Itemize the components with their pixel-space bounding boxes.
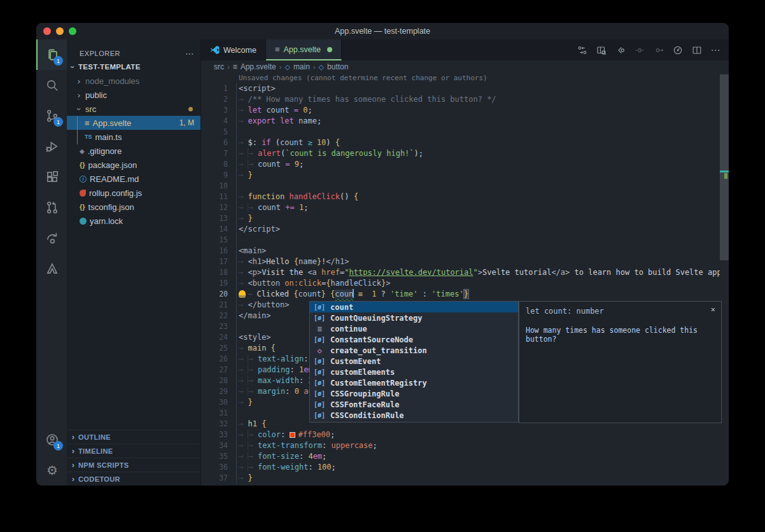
code-line-11[interactable]: 11→ function handleClick() {	[201, 192, 729, 202]
code-line-7[interactable]: 7→ → alert(`count is dangerously high!`)…	[201, 148, 729, 159]
line-number: 31	[201, 408, 228, 419]
open-changes-icon[interactable]	[577, 45, 587, 55]
file-row-tsconfig-json[interactable]: {}tsconfig.json	[67, 200, 200, 214]
code-line-4[interactable]: 4→ export let name;	[201, 116, 729, 127]
code-line-12[interactable]: 12→ → count += 1;	[201, 202, 729, 213]
line-number: 18	[201, 267, 228, 278]
gitlens-annotations-icon[interactable]	[672, 45, 683, 55]
file-row-yarn-lock[interactable]: yarn.lock	[67, 214, 200, 228]
lightbulb-icon[interactable]	[239, 290, 246, 298]
symbol-icon: ◇	[319, 63, 324, 71]
code-line-14[interactable]: 14</script>	[201, 224, 729, 235]
file-row-node-modules[interactable]: ›node_modules	[67, 74, 200, 88]
file-row-rollup-config-js[interactable]: rollup.config.js	[67, 186, 200, 200]
activity-bar-item-live-share[interactable]	[36, 223, 67, 253]
editor-scrollbar[interactable]	[720, 73, 729, 486]
suggest-item-CustomEvent[interactable]: [ø]CustomEvent	[310, 356, 518, 367]
line-number: 17	[201, 256, 228, 267]
activity-bar-item-github-pull-requests[interactable]	[36, 192, 67, 223]
file-row-main-ts[interactable]: TSmain.ts	[67, 130, 200, 144]
code-line-20[interactable]: 20→ Clicked {count} {coun ≡ 1 ? 'time' :…	[201, 289, 729, 300]
variable-symbol-icon: [ø]	[312, 358, 326, 365]
code-line-1[interactable]: 1<script>	[201, 83, 729, 94]
file-row-public[interactable]: ›public	[67, 88, 200, 102]
open-preview-icon[interactable]	[596, 45, 607, 55]
split-editor-icon[interactable]	[691, 45, 702, 55]
suggest-item-create_out_transition[interactable]: ◇create_out_transition	[310, 345, 518, 356]
code-line-19[interactable]: 19→ <button on:click={handleClick}>	[201, 278, 729, 289]
line-number: 3	[201, 105, 228, 116]
breadcrumb-src[interactable]: src	[214, 62, 224, 71]
code-editor[interactable]: Unsaved changes (cannot determine recent…	[201, 73, 729, 486]
activity-bar-item-extensions[interactable]	[36, 162, 67, 192]
sidebar-section-timeline[interactable]: ›TIMELINE	[67, 444, 200, 458]
code-line-15[interactable]: 15	[201, 235, 729, 246]
breadcrumb: src › ≡ App.svelte › ◇ main › ◇ button	[201, 60, 729, 73]
sidebar-section-outline[interactable]: ›OUTLINE	[67, 430, 200, 444]
tab-app-svelte[interactable]: ≡ App.svelte	[266, 39, 342, 60]
zoom-window-button[interactable]	[69, 27, 76, 35]
editor-actions: ⋯	[577, 39, 729, 60]
code-line-6[interactable]: 6→ $: if (count ≥ 10) {	[201, 137, 729, 148]
suggest-item-CountQueuingStrategy[interactable]: [ø]CountQueuingStrategy	[310, 312, 518, 323]
sidebar-section-codetour[interactable]: ›CODETOUR	[67, 472, 200, 486]
code-line-8[interactable]: 8→ → count = 9;	[201, 159, 729, 170]
activity-bar-item-accounts[interactable]: 1	[36, 424, 67, 455]
code-line-18[interactable]: 18→ <p>Visit the <a href="https://svelte…	[201, 267, 729, 278]
sidebar-sections: ›OUTLINE›TIMELINE›NPM SCRIPTS›CODETOUR	[67, 430, 200, 486]
next-change-icon[interactable]	[653, 45, 664, 55]
suggest-item-CustomElementRegistry[interactable]: [ø]CustomElementRegistry	[310, 377, 518, 388]
suggest-item-count[interactable]: [ø]count	[310, 302, 518, 312]
breadcrumb-main[interactable]: main	[293, 62, 310, 71]
file-row-readme-md[interactable]: iREADME.md	[67, 172, 200, 186]
sidebar-section-npm-scripts[interactable]: ›NPM SCRIPTS	[67, 458, 200, 472]
activity-bar-item-source-control[interactable]: 1	[36, 101, 67, 131]
code-line-34[interactable]: 34→ → text-transform: uppercase;	[201, 440, 729, 451]
navigate-back-icon[interactable]	[615, 45, 626, 55]
code-line-13[interactable]: 13→ }	[201, 213, 729, 224]
code-line-10[interactable]: 10	[201, 181, 729, 192]
svelte-file-icon: ≡	[275, 45, 280, 54]
suggest-item-CSSFontFaceRule[interactable]: [ø]CSSFontFaceRule	[310, 399, 518, 410]
code-line-5[interactable]: 5	[201, 127, 729, 137]
activity-bar-item-run-debug[interactable]	[36, 131, 67, 162]
suggest-item-continue[interactable]: ≡continue	[310, 323, 518, 334]
code-line-16[interactable]: 16<main>	[201, 246, 729, 256]
sidebar-more-actions-icon[interactable]: ⋯	[185, 48, 194, 59]
scrollbar-thumb[interactable]	[720, 74, 729, 260]
code-line-17[interactable]: 17→ <h1>Hello {name}!</h1>	[201, 256, 729, 267]
suggest-item-ConstantSourceNode[interactable]: [ø]ConstantSourceNode	[310, 334, 518, 345]
more-actions-icon[interactable]: ⋯	[710, 45, 721, 55]
activity-bar-item-azure[interactable]	[36, 253, 67, 284]
rollup-file-icon	[80, 190, 86, 197]
code-line-36[interactable]: 36→ → font-weight: 100;	[201, 462, 729, 473]
sidebar-root-folder[interactable]: › TEST-TEMPLATE	[67, 60, 200, 74]
activity-bar-item-settings[interactable]: ⚙	[36, 455, 67, 486]
color-swatch[interactable]	[290, 432, 295, 438]
tab-welcome[interactable]: Welcome	[201, 39, 266, 60]
previous-change-icon[interactable]	[634, 45, 645, 55]
code-line-3[interactable]: 3→ let count = 0;	[201, 105, 729, 116]
activity-bar-item-explorer[interactable]: 1	[36, 39, 67, 70]
minimize-window-button[interactable]	[56, 27, 64, 35]
suggest-item-CSSConditionRule[interactable]: [ø]CSSConditionRule	[310, 410, 518, 421]
code-line-2[interactable]: 2→ /** How many times has someone clicke…	[201, 94, 729, 105]
activity-bar-item-search[interactable]	[36, 70, 67, 101]
code-line-35[interactable]: 35→ → font-size: 4em;	[201, 451, 729, 462]
code-line-9[interactable]: 9→ }	[201, 170, 729, 181]
readme-info-icon: i	[80, 176, 87, 183]
indent-guide	[77, 116, 78, 144]
close-window-button[interactable]	[43, 27, 51, 35]
file-row-package-json[interactable]: {}package.json	[67, 158, 200, 172]
code-line-37[interactable]: 37→ }	[201, 473, 729, 484]
file-row-src[interactable]: ›src	[67, 102, 200, 116]
breadcrumb-file[interactable]: App.svelte	[241, 62, 276, 71]
code-line-33[interactable]: 33→ → color: #ff3e00;	[201, 430, 729, 440]
breadcrumb-button[interactable]: button	[327, 62, 348, 71]
line-number: 20	[201, 289, 228, 300]
close-icon[interactable]: ✕	[711, 305, 715, 314]
file-row--gitignore[interactable]: ◆.gitignore	[67, 144, 200, 158]
file-row-app-svelte[interactable]: ≡App.svelte1, M	[67, 116, 200, 130]
suggest-item-customElements[interactable]: [ø]customElements	[310, 367, 518, 377]
suggest-item-CSSGroupingRule[interactable]: [ø]CSSGroupingRule	[310, 388, 518, 399]
